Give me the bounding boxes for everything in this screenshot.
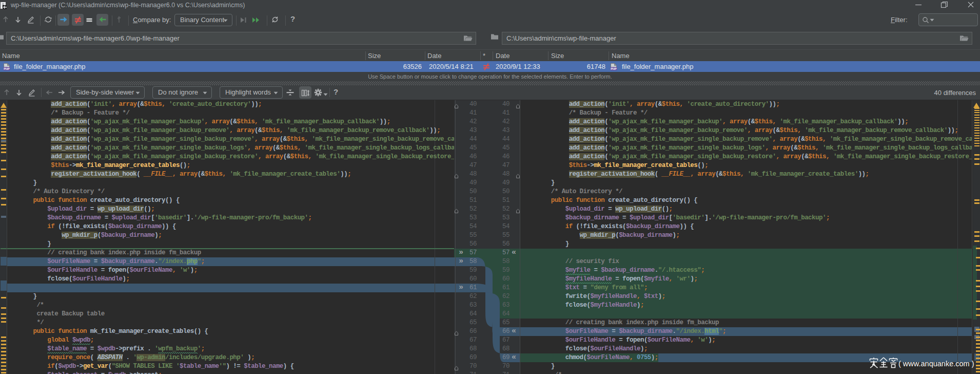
svg-text:PHP: PHP [611, 67, 617, 70]
svg-text:PHP: PHP [4, 67, 10, 70]
